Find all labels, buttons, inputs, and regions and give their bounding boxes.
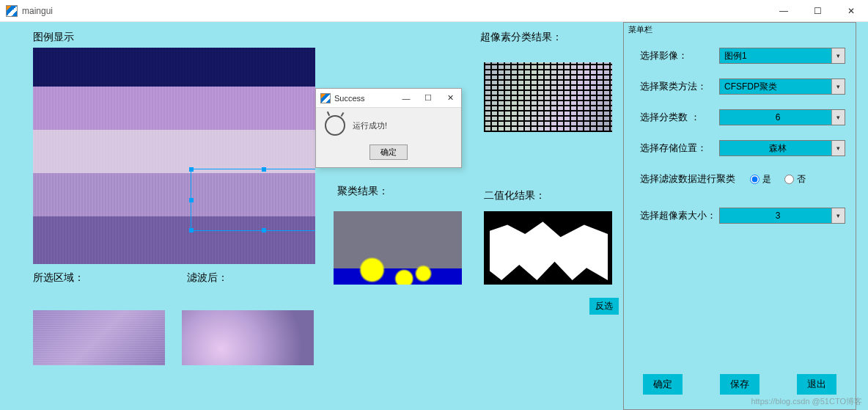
dialog-titlebar[interactable]: Success — ☐ ✕	[316, 89, 461, 108]
label-filter-for-cluster: 选择滤波数据进行聚类	[640, 172, 750, 186]
selection-rectangle[interactable]	[191, 169, 315, 231]
label-after-filter: 滤波后：	[187, 271, 228, 285]
combo-select-image[interactable]: 图例1 ▾	[719, 48, 845, 64]
dialog-ok-button[interactable]: 确定	[369, 144, 408, 160]
chevron-down-icon: ▾	[831, 208, 845, 223]
row-filter-for-cluster: 选择滤波数据进行聚类 是 否	[640, 170, 845, 188]
radio-yes[interactable]: 是	[750, 173, 771, 186]
invert-selection-button[interactable]: 反选	[589, 298, 619, 315]
menu-panel-title: 菜单栏	[624, 23, 856, 40]
window-minimize-button[interactable]: —	[767, 0, 801, 22]
success-dialog: Success — ☐ ✕ 运行成功! 确定	[315, 88, 462, 168]
chevron-down-icon: ▾	[831, 141, 845, 155]
superpixel-result-image	[484, 62, 612, 132]
chevron-down-icon: ▾	[831, 48, 845, 63]
combo-select-superpixel[interactable]: 3 ▾	[719, 208, 845, 224]
row-select-classes: 选择分类数 ： 6 ▾	[640, 109, 845, 126]
combo-select-method[interactable]: CFSFDP聚类 ▾	[719, 78, 845, 95]
selected-region-image	[33, 310, 165, 365]
window-title: maingui	[22, 6, 767, 16]
label-select-method: 选择聚类方法：	[640, 80, 719, 93]
dialog-title: Success	[334, 94, 395, 103]
radio-no-label: 否	[797, 173, 806, 186]
radio-yes-label: 是	[762, 173, 771, 186]
label-selected-region: 所选区域：	[33, 271, 84, 285]
combo-value: 图例1	[720, 50, 831, 62]
legend-image[interactable]	[33, 48, 315, 264]
menu-exit-button[interactable]: 退出	[797, 374, 836, 395]
label-select-classes: 选择分类数 ：	[640, 111, 719, 124]
chevron-down-icon: ▾	[831, 79, 845, 94]
dialog-minimize-button[interactable]: —	[395, 89, 417, 108]
app-icon	[320, 93, 331, 103]
window-titlebar: maingui — ☐ ✕	[0, 0, 868, 22]
app-icon	[6, 5, 18, 17]
combo-value: CFSFDP聚类	[720, 81, 831, 93]
label-legend-display: 图例显示	[33, 31, 74, 44]
combo-value: 6	[720, 112, 831, 122]
watermark: https://blog.csdn @51CTO博客	[751, 396, 862, 407]
row-select-method: 选择聚类方法： CFSFDP聚类 ▾	[640, 78, 845, 95]
label-select-superpixel: 选择超像素大小：	[640, 209, 719, 222]
dialog-maximize-button[interactable]: ☐	[417, 89, 439, 108]
dialog-message: 运行成功!	[353, 120, 387, 131]
label-select-image: 选择影像：	[640, 49, 719, 62]
combo-select-classes[interactable]: 6 ▾	[719, 109, 845, 125]
menu-save-button[interactable]: 保存	[720, 374, 760, 395]
row-select-superpixel: 选择超像素大小： 3 ▾	[640, 207, 845, 224]
label-superpixel-result: 超像素分类结果：	[480, 31, 562, 44]
radio-no[interactable]: 否	[784, 173, 806, 186]
label-cluster-result: 聚类结果：	[337, 185, 389, 198]
binarize-result-image	[484, 211, 612, 285]
filtered-image	[182, 310, 314, 365]
combo-value: 森林	[720, 142, 831, 155]
menu-panel: 菜单栏 选择影像： 图例1 ▾ 选择聚类方法： CFSFDP聚类 ▾ 选择分类数…	[623, 22, 856, 410]
window-maximize-button[interactable]: ☐	[801, 0, 834, 22]
combo-value: 3	[720, 211, 831, 221]
label-binarize-result: 二值化结果：	[484, 189, 545, 202]
radio-yes-input[interactable]	[750, 175, 760, 184]
radio-no-input[interactable]	[784, 175, 794, 184]
row-select-storage: 选择存储位置： 森林 ▾	[640, 139, 845, 157]
menu-ok-button[interactable]: 确定	[643, 374, 683, 395]
cluster-result-image	[334, 211, 462, 285]
lightbulb-icon	[325, 115, 345, 136]
client-area: 图例显示 所选区域： 滤波后： 聚类结果： 超像素分类结果： 二值化结果： 反选…	[0, 22, 868, 410]
chevron-down-icon: ▾	[831, 110, 845, 125]
window-close-button[interactable]: ✕	[834, 0, 868, 22]
label-select-storage: 选择存储位置：	[640, 142, 719, 155]
row-select-image: 选择影像： 图例1 ▾	[640, 47, 845, 65]
dialog-close-button[interactable]: ✕	[439, 89, 461, 108]
combo-select-storage[interactable]: 森林 ▾	[719, 140, 845, 156]
